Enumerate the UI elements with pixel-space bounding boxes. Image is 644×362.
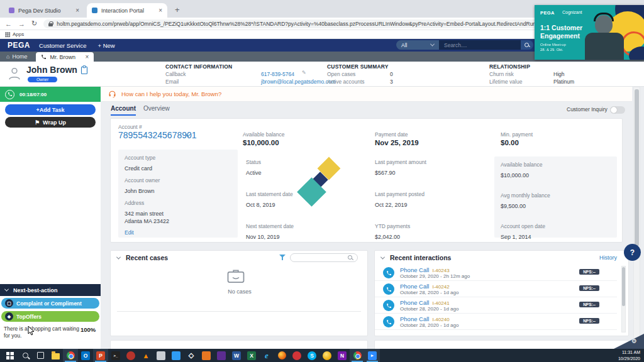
taskbar-icon-word[interactable]: W (229, 349, 244, 362)
forward-icon[interactable]: → (18, 20, 25, 28)
vscode-icon (172, 351, 180, 360)
taskbar-icon-outlook[interactable]: O (78, 349, 93, 362)
search-scope-select[interactable]: All (396, 40, 439, 50)
taskbar-icon-chromium[interactable] (319, 349, 335, 362)
kpi-label: Min. payment (501, 131, 533, 138)
tab-home[interactable]: ⌂ Home (0, 52, 33, 62)
clipboard-icon[interactable] (80, 65, 88, 75)
tab-account[interactable]: Account (111, 105, 136, 116)
help-button[interactable]: ? (624, 244, 641, 261)
taskbar-icon-start[interactable] (3, 349, 18, 362)
account-profile-panel: Account type Credit card Account owner J… (118, 150, 238, 238)
nba-complaint-button[interactable]: ▢ Complaint or Compliment (1, 298, 99, 309)
field-value: $2,042.00 (375, 234, 400, 240)
pencil-icon[interactable]: ✎ (302, 70, 306, 75)
contact-label: Email (165, 79, 179, 85)
back-icon[interactable]: ← (5, 20, 12, 28)
account-number[interactable]: 7895543245678901 (118, 130, 197, 140)
search-input[interactable] (439, 40, 521, 50)
phone-call-icon (383, 300, 394, 311)
settings-corner[interactable] (614, 334, 644, 349)
taskbar-icon-chrome-2[interactable] (350, 349, 365, 362)
tab-title: Pega Dev Studio (18, 8, 73, 14)
overlay-title-line1: 1:1 Customer (540, 24, 582, 31)
briefcase-icon (226, 268, 245, 284)
taskbar-icon-terminal[interactable]: >_ (108, 349, 123, 362)
interactions-scrollbar[interactable] (621, 266, 626, 332)
interaction-row[interactable]: Phone CallI-40241 October 28, 2020 - 1d … (375, 297, 617, 314)
browser-tab-interaction-portal[interactable]: Interaction Portal × (87, 3, 167, 18)
scrollbar-thumb[interactable] (635, 89, 639, 246)
new-work-button[interactable]: + New (98, 42, 115, 49)
kpi-label: Available balance (243, 131, 284, 138)
case-search-box[interactable] (290, 253, 358, 262)
taskbar-icon-excel[interactable]: X (244, 349, 259, 362)
apps-grid-icon[interactable] (5, 32, 10, 37)
taskbar-icon-onenote[interactable]: N (335, 349, 350, 362)
recent-cases-card: Recent cases No cases (110, 250, 368, 336)
taskbar-icon-chrome[interactable] (63, 349, 78, 362)
callback-number[interactable]: 617-839-5764 (261, 71, 294, 77)
field-value: Nov 10, 2019 (246, 234, 280, 240)
scrollbar-thumb[interactable] (622, 267, 625, 306)
edit-link[interactable]: Edit (125, 229, 134, 236)
overlay-title-line2: Engagement (540, 32, 580, 40)
close-icon[interactable]: × (75, 7, 79, 14)
nba-topoffers-button[interactable]: ◆ TopOffers (1, 311, 99, 322)
interaction-link[interactable]: Phone CallI-40241 (400, 299, 450, 306)
page-scrollbar[interactable] (633, 87, 640, 349)
taskbar-icon-zoom[interactable]: ► (365, 349, 380, 362)
taskbar-icon-file-explorer[interactable] (48, 349, 63, 362)
customer-inquiry-toggle[interactable] (610, 106, 625, 114)
taskbar-icon-remote-desktop[interactable] (199, 349, 214, 362)
taskbar-icon-dev-tool[interactable] (214, 349, 229, 362)
taskbar-icon-3d-viewer[interactable]: ◇ (184, 349, 199, 362)
gear-icon[interactable]: ⚙ (631, 337, 637, 344)
interaction-type: Phone Call (400, 299, 429, 306)
taskbar-icon-firefox[interactable] (274, 349, 289, 362)
open-cases-count: 0 (390, 71, 393, 77)
interaction-link[interactable]: Phone CallI-40243 (400, 266, 450, 273)
interaction-row[interactable]: Phone CallI-40240 October 28, 2020 - 1d … (375, 314, 617, 330)
taskbar-icon-notes-app[interactable] (153, 349, 169, 362)
email-address[interactable]: jbrown@local.pegatsdemo.com (261, 79, 336, 85)
chevron-down-icon[interactable] (116, 255, 121, 260)
taskbar-icon-powerpoint[interactable]: P (93, 349, 108, 362)
taskbar-icon-media-player[interactable] (123, 349, 138, 362)
close-icon[interactable]: × (158, 7, 162, 14)
interaction-row[interactable]: Phone CallI-40243 October 29, 2020 - 2h … (375, 265, 617, 281)
interaction-link[interactable]: Phone CallI-40242 (400, 283, 450, 290)
overlay-pega-logo: PEGA (540, 10, 555, 16)
browser-tab-pega-dev-studio[interactable]: Pega Dev Studio × (4, 3, 84, 18)
case-search-input[interactable] (294, 255, 348, 261)
history-link[interactable]: History (599, 255, 617, 261)
interaction-row[interactable]: Phone CallI-40242 October 28, 2020 - 1d … (375, 281, 617, 297)
search-button[interactable] (521, 40, 533, 50)
field-value: Active (246, 170, 262, 176)
nba-note[interactable]: There is a shopping cart waiting for you… (4, 326, 80, 339)
interaction-link[interactable]: Phone CallI-40240 (400, 315, 450, 322)
taskbar-icon-internet-explorer[interactable]: e (259, 349, 274, 362)
field-label: Account type (125, 155, 231, 161)
new-tab-button[interactable]: + (175, 5, 180, 14)
reload-icon[interactable]: ↻ (31, 19, 37, 28)
tab-overview[interactable]: Overview (143, 105, 170, 112)
add-task-button[interactable]: +Add Task (5, 104, 96, 115)
system-clock[interactable]: 11:31 AM 10/29/2020 (618, 349, 644, 361)
taskbar-icon-installer[interactable] (289, 349, 304, 362)
wrap-up-button[interactable]: ⚑ Wrap Up (5, 117, 96, 128)
powerpoint-icon: P (96, 351, 105, 360)
next-best-action-header[interactable]: Next-best-action (0, 284, 101, 296)
taskbar-icon-skype[interactable]: S (304, 349, 319, 362)
tab-mr-brown[interactable]: Mr. Brown × (36, 52, 94, 62)
taskbar-icon-vlc[interactable]: ▲ (138, 349, 153, 362)
apps-label[interactable]: Apps (13, 31, 24, 37)
taskbar-icon-vscode[interactable] (169, 349, 184, 362)
taskbar-icon-task-view[interactable] (33, 349, 48, 362)
interaction-type: Phone Call (400, 283, 429, 290)
chevron-down-icon[interactable] (380, 255, 385, 260)
close-icon[interactable]: × (86, 53, 89, 60)
overlay-dates: 28. & 29. Okt. (540, 48, 564, 52)
interaction-id: I-40241 (432, 300, 449, 306)
taskbar-icon-search[interactable] (18, 349, 33, 362)
